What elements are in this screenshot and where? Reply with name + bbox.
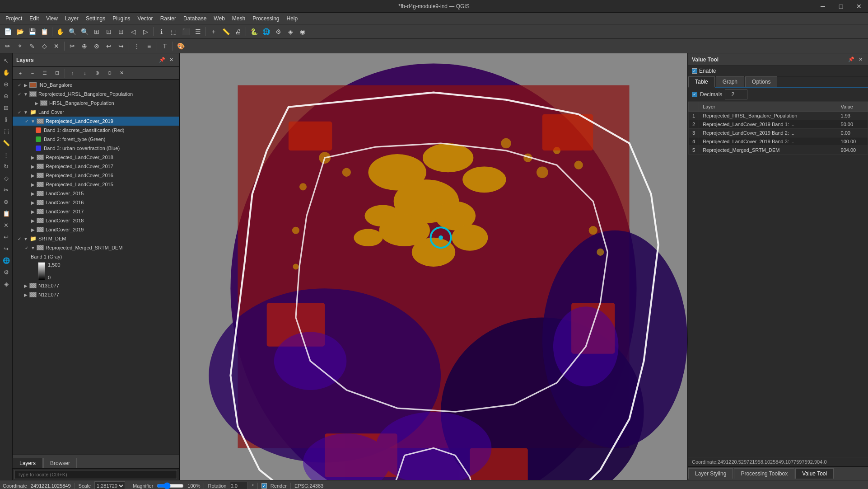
layer-down-button[interactable]: ↓ xyxy=(79,67,91,79)
identify-button[interactable]: ℹ xyxy=(155,26,167,38)
tab-value-tool[interactable]: Value Tool xyxy=(795,468,834,479)
plugin2-button[interactable]: ◉ xyxy=(297,26,308,38)
remove-layer-button[interactable]: − xyxy=(27,67,38,79)
deselect-button[interactable]: ⬛ xyxy=(180,26,191,38)
layer-expand[interactable]: ▼ xyxy=(23,236,29,241)
tool-cut[interactable]: ✂ xyxy=(1,184,12,195)
add-layer-button[interactable]: + xyxy=(208,26,219,38)
collapse-all-button[interactable]: ⊖ xyxy=(103,67,115,79)
layer-item[interactable]: ▶ N12E077 xyxy=(13,290,179,299)
zoom-layer-button[interactable]: ⊡ xyxy=(103,26,115,38)
layer-check[interactable]: ✓ xyxy=(23,245,30,250)
digitize-button[interactable]: ✏ xyxy=(2,40,14,52)
layer-expand[interactable]: ▶ xyxy=(33,101,40,106)
layer-expand[interactable]: ▼ xyxy=(23,110,29,115)
copy-feature-button[interactable]: ⊕ xyxy=(79,40,90,52)
layer-item[interactable]: ▶ LandCover_2015 xyxy=(13,189,179,198)
layer-expand[interactable]: ▶ xyxy=(30,218,36,223)
minimize-button[interactable]: ─ xyxy=(814,0,832,13)
tool-redo[interactable]: ↪ xyxy=(1,243,12,254)
layer-item[interactable]: ▶ HRSL_Bangalore_Population xyxy=(13,99,179,108)
layer-item[interactable]: ▶ LandCover_2018 xyxy=(13,216,179,225)
edit-button[interactable]: ✎ xyxy=(26,40,38,52)
tab-layers[interactable]: Layers xyxy=(13,458,42,468)
scale-select[interactable]: 1:281720 xyxy=(94,481,125,489)
layer-check[interactable]: ✓ xyxy=(16,110,23,115)
rotation-input[interactable] xyxy=(230,482,248,489)
menu-project[interactable]: Project xyxy=(2,14,26,23)
layer-expand[interactable]: ▶ xyxy=(30,200,36,205)
map-area[interactable] xyxy=(180,53,687,480)
menu-settings[interactable]: Settings xyxy=(82,14,109,23)
layer-check[interactable]: ✓ xyxy=(23,119,30,124)
layer-item[interactable]: ▶ LandCover_2017 xyxy=(13,207,179,216)
remove-all-button[interactable]: ✕ xyxy=(116,67,127,79)
layer-item[interactable]: ▶ LandCover_2016 xyxy=(13,198,179,207)
print-button[interactable]: 🖨 xyxy=(232,26,244,38)
zoom-prev-button[interactable]: ◁ xyxy=(127,26,139,38)
layer-expand[interactable]: ▶ xyxy=(30,182,36,187)
tab-layer-styling[interactable]: Layer Styling xyxy=(688,468,733,479)
layer-item[interactable]: ▶ Reprojected_LandCover_2016 xyxy=(13,171,179,180)
snap-button[interactable]: ⌖ xyxy=(14,40,26,52)
layer-expand[interactable]: ▶ xyxy=(30,209,36,214)
zoom-selection-button[interactable]: ⊟ xyxy=(115,26,127,38)
menu-plugins[interactable]: Plugins xyxy=(109,14,134,23)
geoprocess-button[interactable]: ⚙ xyxy=(272,26,284,38)
layer-item[interactable]: ✓ ▼ Reprojected_Merged_SRTM_DEM xyxy=(13,243,179,252)
layer-expand[interactable]: ▼ xyxy=(30,119,36,124)
layer-expand[interactable]: ▼ xyxy=(23,92,29,97)
layer-expand[interactable]: ▶ xyxy=(30,164,36,169)
tool-plugin[interactable]: ◈ xyxy=(1,278,12,289)
layer-item[interactable]: ✓ ▼ 📁 SRTM_DEM xyxy=(13,234,179,243)
vertex-tool-button[interactable]: ◇ xyxy=(38,40,50,52)
layer-expand[interactable]: ▶ xyxy=(30,227,36,232)
maximize-button[interactable]: □ xyxy=(832,0,850,13)
tab-processing-toolbox[interactable]: Processing Toolbox xyxy=(734,468,794,479)
menu-mesh[interactable]: Mesh xyxy=(229,14,249,23)
tool-vertex[interactable]: ◇ xyxy=(1,173,12,183)
open-attribute-button[interactable]: ☰ xyxy=(39,67,51,79)
tool-delete[interactable]: ✕ xyxy=(1,220,12,230)
pan-button[interactable]: ✋ xyxy=(54,26,66,38)
menu-help[interactable]: Help xyxy=(283,14,302,23)
measure-button[interactable]: 📏 xyxy=(220,26,232,38)
tool-touch[interactable]: ↖ xyxy=(1,55,12,66)
menu-database[interactable]: Database xyxy=(180,14,210,23)
layer-item[interactable]: ✓ ▼ Reprojected_LandCover_2019 xyxy=(13,117,179,126)
tool-split[interactable]: ⋮ xyxy=(1,149,12,160)
python-button[interactable]: 🐍 xyxy=(248,26,260,38)
search-input[interactable] xyxy=(14,470,177,479)
vt-pin-button[interactable]: 📌 xyxy=(847,56,855,64)
layers-close-button[interactable]: ✕ xyxy=(167,56,175,64)
layer-expand[interactable]: ▶ xyxy=(23,292,29,297)
attributes-button[interactable]: ☰ xyxy=(192,26,204,38)
layer-item[interactable]: ▶ LandCover_2019 xyxy=(13,225,179,234)
layer-item[interactable]: ✓ ▼ Reprojected_HRSL_Bangalore_Populatio… xyxy=(13,89,179,99)
menu-layer[interactable]: Layer xyxy=(61,14,82,23)
tool-zoom-out[interactable]: ⊖ xyxy=(1,90,12,101)
merge-button[interactable]: ≡ xyxy=(143,40,155,52)
menu-processing[interactable]: Processing xyxy=(249,14,283,23)
menu-view[interactable]: View xyxy=(42,14,61,23)
menu-web[interactable]: Web xyxy=(210,14,228,23)
tool-paste[interactable]: 📋 xyxy=(1,208,12,219)
add-layer-tb-button[interactable]: + xyxy=(14,67,26,79)
tool-settings[interactable]: ⚙ xyxy=(1,267,12,277)
redo-button[interactable]: ↪ xyxy=(115,40,127,52)
enable-checkbox[interactable] xyxy=(692,68,697,74)
tool-identify[interactable]: ℹ xyxy=(1,114,12,125)
label-button[interactable]: T xyxy=(159,40,171,52)
cut-feature-button[interactable]: ✂ xyxy=(66,40,78,52)
tab-options[interactable]: Options xyxy=(745,76,777,87)
tool-undo[interactable]: ↩ xyxy=(1,231,12,242)
expand-all-button[interactable]: ⊕ xyxy=(91,67,103,79)
layer-expand[interactable]: ▶ xyxy=(30,173,36,178)
undo-button[interactable]: ↩ xyxy=(103,40,115,52)
tool-measure[interactable]: 📏 xyxy=(1,137,12,148)
layer-expand[interactable]: ▶ xyxy=(23,283,29,288)
plugin1-button[interactable]: ◈ xyxy=(285,26,296,38)
menu-vector[interactable]: Vector xyxy=(134,14,157,23)
close-button[interactable]: ✕ xyxy=(850,0,868,13)
save-as-button[interactable]: 📋 xyxy=(38,26,50,38)
